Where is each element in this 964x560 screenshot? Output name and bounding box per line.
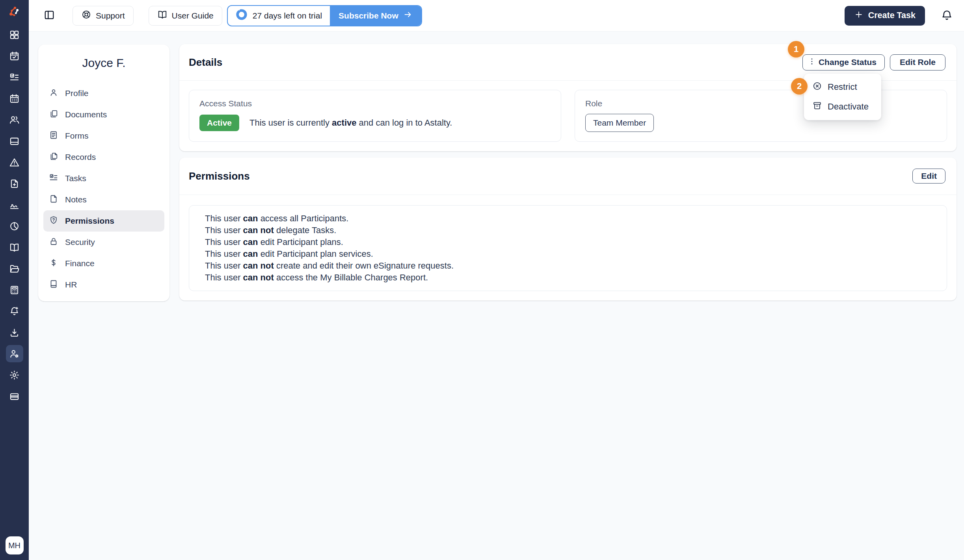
rail-calendar-check-icon[interactable] — [6, 47, 23, 65]
rail-download-icon[interactable] — [6, 324, 23, 341]
notifications-button[interactable] — [941, 9, 953, 22]
trial-status: 27 days left on trial — [228, 6, 330, 26]
plus-icon — [854, 10, 864, 22]
shield-question-icon — [49, 215, 58, 227]
permissions-list: This user can access all Participants.Th… — [189, 205, 947, 291]
edit-permissions-label: Edit — [921, 171, 937, 181]
sidebar-item-security[interactable]: Security — [43, 232, 164, 253]
menu-item-restrict[interactable]: Restrict — [804, 77, 881, 97]
trial-days-text: 27 days left on trial — [253, 11, 322, 20]
form-icon — [49, 130, 58, 142]
astalty-logo — [0, 0, 29, 24]
sidebar-item-label: Tasks — [65, 174, 86, 183]
permissions-body: This user can access all Participants.Th… — [179, 195, 957, 300]
sidebar-item-permissions[interactable]: Permissions — [43, 210, 164, 232]
user-guide-label: User Guide — [172, 11, 214, 20]
rail-settings-icon[interactable] — [6, 366, 23, 384]
status-description: This user is currently active and can lo… — [249, 118, 452, 128]
sidebar-item-label: Records — [65, 152, 96, 162]
user-sidebar-card: Joyce F. ProfileDocumentsFormsRecordsTas… — [38, 45, 169, 301]
rail-dashboard-icon[interactable] — [6, 26, 23, 43]
permission-line: This user can edit Participant plan serv… — [205, 248, 931, 260]
edit-permissions-button[interactable]: Edit — [912, 169, 945, 184]
sidebar-item-label: HR — [65, 280, 77, 289]
sidebar-item-finance[interactable]: Finance — [43, 253, 164, 274]
access-status-row: Active This user is currently active and… — [199, 115, 551, 131]
rail-book-open-icon[interactable] — [6, 239, 23, 256]
screen: MH Support User Guide 27 days left on tr… — [0, 0, 964, 560]
sidebar-item-label: Profile — [65, 89, 89, 98]
status-badge: Active — [199, 115, 239, 131]
sidebar-item-tasks[interactable]: Tasks — [43, 168, 164, 189]
sidebar-item-forms[interactable]: Forms — [43, 125, 164, 146]
step-badge-1: 1 — [788, 41, 804, 57]
user-sidebar-menu: ProfileDocumentsFormsRecordsTasksNotesPe… — [43, 83, 164, 295]
rail-file-plus-icon[interactable] — [6, 175, 23, 192]
user-icon — [49, 88, 58, 99]
sidebar-item-label: Forms — [65, 131, 89, 141]
permissions-card: Permissions Edit This user can access al… — [179, 158, 957, 300]
sidebar-item-label: Finance — [65, 259, 95, 268]
role-label: Role — [585, 99, 936, 108]
role-value-chip: Team Member — [585, 114, 654, 132]
permission-line: This user can not access the My Billable… — [205, 272, 931, 284]
support-button[interactable]: Support — [73, 6, 134, 26]
kebab-menu-icon — [808, 57, 816, 68]
user-avatar[interactable]: MH — [6, 536, 24, 554]
menu-item-label: Deactivate — [828, 102, 869, 112]
records-icon — [49, 152, 58, 163]
sidebar-item-label: Documents — [65, 110, 107, 119]
sidebar-item-profile[interactable]: Profile — [43, 83, 164, 104]
sidebar-item-records[interactable]: Records — [43, 146, 164, 168]
notebook-icon — [49, 279, 58, 291]
role-card: Role Team Member — [575, 90, 947, 142]
details-actions: Change Status Edit Role — [802, 54, 945, 70]
sidebar-item-label: Notes — [65, 195, 87, 204]
rail-signature-icon[interactable] — [6, 196, 23, 213]
support-label: Support — [96, 11, 125, 20]
rail-calculator-icon[interactable] — [6, 281, 23, 299]
rail-calendar-icon[interactable] — [6, 90, 23, 107]
access-status-label: Access Status — [199, 99, 551, 108]
arrow-right-icon — [403, 10, 413, 21]
book-icon — [157, 9, 167, 22]
user-name: Joyce F. — [43, 56, 164, 70]
rail-icons — [6, 26, 23, 405]
rail-users-icon[interactable] — [6, 111, 23, 128]
rail-folder-open-icon[interactable] — [6, 260, 23, 277]
permission-line: This user can not create and edit their … — [205, 260, 931, 272]
user-guide-button[interactable]: User Guide — [149, 6, 222, 26]
menu-item-label: Restrict — [828, 82, 857, 92]
trial-progress-ring — [236, 9, 248, 22]
create-task-label: Create Task — [868, 11, 916, 20]
lock-icon — [49, 237, 58, 248]
permission-line: This user can not delegate Tasks. — [205, 224, 931, 236]
rail-alert-triangle-icon[interactable] — [6, 154, 23, 171]
task-list-icon — [49, 173, 58, 184]
sidebar-item-label: Security — [65, 237, 95, 247]
edit-role-button[interactable]: Edit Role — [890, 54, 945, 70]
change-status-label: Change Status — [819, 57, 877, 67]
permission-line: This user can edit Participant plans. — [205, 236, 931, 248]
rail-credit-card-icon[interactable] — [6, 388, 23, 405]
permissions-card-header: Permissions Edit — [179, 158, 957, 195]
sidebar-item-hr[interactable]: HR — [43, 274, 164, 295]
sidebar-toggle-button[interactable] — [43, 9, 55, 22]
rail-pie-chart-icon[interactable] — [6, 217, 23, 235]
permissions-title: Permissions — [189, 170, 250, 182]
documents-icon — [49, 109, 58, 121]
subscribe-label: Subscribe Now — [339, 11, 398, 20]
rail-inbox-icon[interactable] — [6, 132, 23, 150]
sidebar-item-documents[interactable]: Documents — [43, 104, 164, 125]
rail-bell-plus-icon[interactable] — [6, 302, 23, 320]
menu-item-deactivate[interactable]: Deactivate — [804, 97, 881, 117]
sidebar-item-notes[interactable]: Notes — [43, 189, 164, 210]
circle-x-icon — [812, 81, 822, 93]
subscribe-now-button[interactable]: Subscribe Now — [330, 6, 421, 26]
rail-user-settings-icon[interactable] — [6, 345, 23, 362]
rail-task-list-icon[interactable] — [6, 69, 23, 86]
sidebar-item-label: Permissions — [65, 216, 114, 226]
change-status-button[interactable]: Change Status — [802, 54, 885, 70]
create-task-button[interactable]: Create Task — [845, 6, 925, 26]
bell-icon — [941, 9, 953, 22]
